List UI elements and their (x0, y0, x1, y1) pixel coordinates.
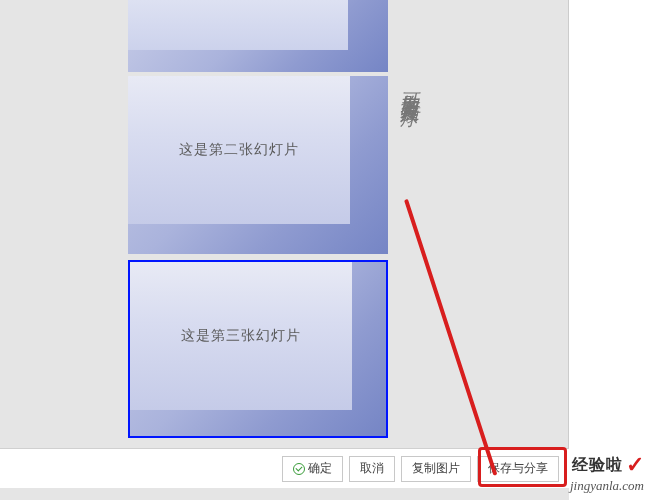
page-background-right (569, 0, 650, 500)
save-share-button-label: 保存与分享 (488, 460, 548, 477)
slide-thumbnail[interactable]: 这是第二张幻灯片 (128, 76, 388, 254)
ok-button-label: 确定 (308, 460, 332, 477)
editor-panel: 这是第二张幻灯片 这是第三张幻灯片 可拖动图片更换顺序 确定 取消 复制图片 保… (0, 0, 569, 488)
slide-content: 这是第三张幻灯片 (130, 262, 352, 410)
cancel-button[interactable]: 取消 (349, 456, 395, 482)
button-bar: 确定 取消 复制图片 保存与分享 (0, 448, 569, 488)
slide-content: 这是第二张幻灯片 (128, 76, 350, 224)
cancel-button-label: 取消 (360, 460, 384, 477)
copy-image-button[interactable]: 复制图片 (401, 456, 471, 482)
check-icon (293, 463, 305, 475)
slide-content (128, 0, 348, 50)
slides-list: 这是第二张幻灯片 这是第三张幻灯片 (128, 0, 390, 450)
ok-button[interactable]: 确定 (282, 456, 343, 482)
slide-thumbnail-selected[interactable]: 这是第三张幻灯片 (128, 260, 388, 438)
slide-text: 这是第二张幻灯片 (179, 141, 299, 159)
slide-thumbnail[interactable] (128, 0, 388, 72)
copy-image-button-label: 复制图片 (412, 460, 460, 477)
drag-hint-text: 可拖动图片更换顺序 (398, 78, 418, 96)
slide-text: 这是第三张幻灯片 (181, 327, 301, 345)
